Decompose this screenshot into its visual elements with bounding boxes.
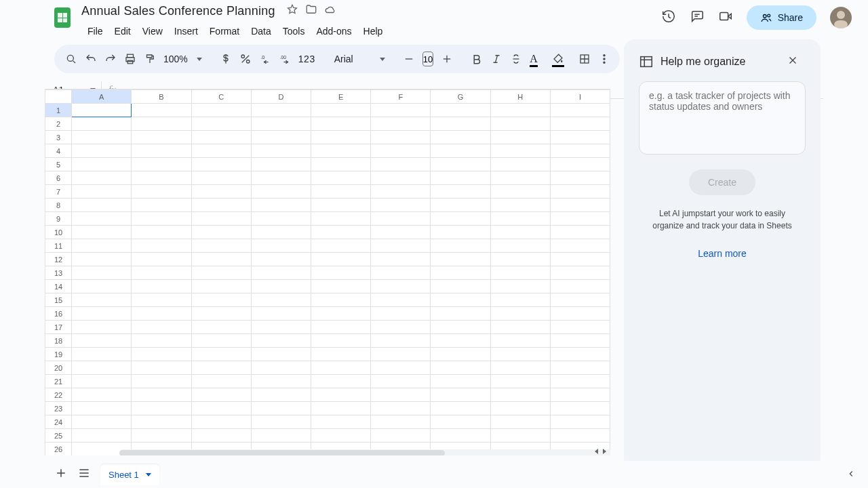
cell-A11[interactable] (72, 239, 132, 253)
cell-I3[interactable] (550, 131, 610, 144)
cell-C23[interactable] (191, 402, 251, 415)
currency-icon[interactable] (220, 53, 232, 65)
menu-addons[interactable]: Add-ons (311, 24, 356, 39)
column-header-H[interactable]: H (490, 90, 550, 104)
cell-C25[interactable] (191, 429, 251, 443)
cell-A19[interactable] (72, 348, 132, 361)
cell-G6[interactable] (431, 171, 490, 185)
add-sheet-icon[interactable] (54, 466, 68, 483)
cell-G4[interactable] (431, 144, 490, 158)
cell-D10[interactable] (251, 226, 311, 239)
comments-icon[interactable] (690, 9, 705, 26)
cell-A22[interactable] (72, 388, 132, 402)
cell-A21[interactable] (72, 375, 132, 388)
font-selector[interactable]: Arial (334, 54, 353, 64)
cell-G2[interactable] (431, 117, 490, 131)
cell-B3[interactable] (132, 131, 191, 144)
cell-B8[interactable] (132, 199, 191, 212)
cell-H9[interactable] (490, 212, 550, 226)
cell-E17[interactable] (311, 321, 370, 334)
cell-I10[interactable] (550, 226, 610, 239)
cell-C1[interactable] (191, 104, 251, 117)
cell-E21[interactable] (311, 375, 370, 388)
column-header-D[interactable]: D (251, 90, 311, 104)
create-button[interactable]: Create (689, 169, 755, 195)
cell-A25[interactable] (72, 429, 132, 443)
cell-G5[interactable] (431, 158, 490, 171)
row-header-11[interactable]: 11 (45, 239, 72, 253)
cell-B23[interactable] (132, 402, 191, 415)
menu-tools[interactable]: Tools (278, 24, 310, 39)
star-icon[interactable] (286, 3, 298, 18)
cell-F11[interactable] (371, 239, 431, 253)
cell-D5[interactable] (251, 158, 311, 171)
cell-G7[interactable] (431, 185, 490, 199)
cell-H23[interactable] (490, 402, 550, 415)
cell-C4[interactable] (191, 144, 251, 158)
cell-C20[interactable] (191, 361, 251, 375)
cell-F24[interactable] (371, 415, 431, 429)
cell-C7[interactable] (191, 185, 251, 199)
cell-C11[interactable] (191, 239, 251, 253)
sheet-tab[interactable]: Sheet 1 (100, 464, 159, 485)
cell-H14[interactable] (490, 280, 550, 293)
italic-button[interactable] (490, 53, 502, 65)
cell-E11[interactable] (311, 239, 370, 253)
cell-E1[interactable] (311, 104, 370, 117)
row-header-14[interactable]: 14 (45, 280, 72, 293)
cell-I14[interactable] (550, 280, 610, 293)
cell-I19[interactable] (550, 348, 610, 361)
cell-C5[interactable] (191, 158, 251, 171)
cell-F5[interactable] (371, 158, 431, 171)
cell-B20[interactable] (132, 361, 191, 375)
sheet-tab-dropdown-icon[interactable] (146, 473, 151, 476)
cell-E14[interactable] (311, 280, 370, 293)
cell-G24[interactable] (431, 415, 490, 429)
menu-data[interactable]: Data (246, 24, 276, 39)
cell-A10[interactable] (72, 226, 132, 239)
cell-F12[interactable] (371, 253, 431, 266)
cell-I21[interactable] (550, 375, 610, 388)
cell-I15[interactable] (550, 293, 610, 307)
cell-B13[interactable] (132, 266, 191, 280)
decrease-font-icon[interactable] (403, 53, 415, 65)
cloud-status-icon[interactable] (324, 3, 336, 18)
search-icon[interactable] (65, 53, 77, 65)
row-header-20[interactable]: 20 (45, 361, 72, 375)
cell-E12[interactable] (311, 253, 370, 266)
cell-B24[interactable] (132, 415, 191, 429)
cell-C12[interactable] (191, 253, 251, 266)
cell-D15[interactable] (251, 293, 311, 307)
cell-B9[interactable] (132, 212, 191, 226)
cell-E7[interactable] (311, 185, 370, 199)
cell-B5[interactable] (132, 158, 191, 171)
undo-icon[interactable] (85, 53, 97, 65)
cell-F15[interactable] (371, 293, 431, 307)
cell-B10[interactable] (132, 226, 191, 239)
row-header-16[interactable]: 16 (45, 307, 72, 321)
scroll-right-icon[interactable] (601, 448, 608, 455)
row-header-5[interactable]: 5 (45, 158, 72, 171)
cell-E20[interactable] (311, 361, 370, 375)
cell-G20[interactable] (431, 361, 490, 375)
cell-H2[interactable] (490, 117, 550, 131)
cell-H3[interactable] (490, 131, 550, 144)
borders-button[interactable] (578, 53, 591, 65)
spreadsheet-grid[interactable]: ABCDEFGHI1234567891011121314151617181920… (45, 89, 610, 455)
zoom-value[interactable]: 100% (163, 54, 188, 64)
font-dropdown-icon[interactable] (380, 58, 385, 61)
cell-E18[interactable] (311, 334, 370, 348)
row-header-1[interactable]: 1 (45, 104, 72, 117)
cell-E10[interactable] (311, 226, 370, 239)
cell-F13[interactable] (371, 266, 431, 280)
cell-A2[interactable] (72, 117, 132, 131)
cell-C10[interactable] (191, 226, 251, 239)
cell-F10[interactable] (371, 226, 431, 239)
print-icon[interactable] (124, 53, 136, 65)
cell-B18[interactable] (132, 334, 191, 348)
row-header-22[interactable]: 22 (45, 388, 72, 402)
cell-E6[interactable] (311, 171, 370, 185)
cell-E13[interactable] (311, 266, 370, 280)
cell-A20[interactable] (72, 361, 132, 375)
cell-B2[interactable] (132, 117, 191, 131)
